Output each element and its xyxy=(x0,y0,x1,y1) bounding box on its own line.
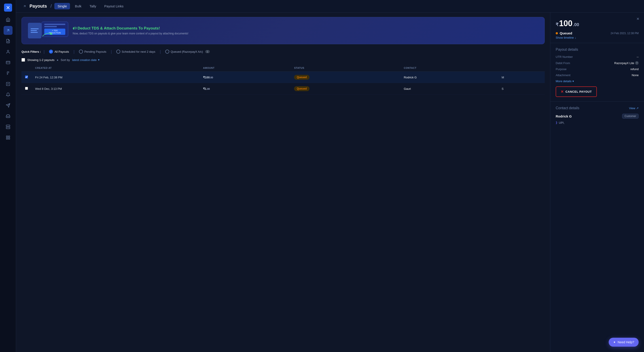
sort-chevron-icon: ▼ xyxy=(98,58,100,61)
filter-circle-all xyxy=(49,50,53,54)
timeline-chevron-icon: ↓ xyxy=(575,36,576,39)
filter-separator-4: | xyxy=(160,49,161,54)
svg-rect-3 xyxy=(6,61,10,64)
payout-details-title: Payout details xyxy=(556,48,639,52)
sidebar-item-send[interactable] xyxy=(4,101,12,110)
detail-purpose: Purpose refund xyxy=(556,67,639,71)
table-row[interactable]: Fri 24 Feb, 12:38 PM ₹100.00 Queued Rodr… xyxy=(22,72,545,83)
filter-pending[interactable]: Pending Payouts xyxy=(77,49,108,54)
filter-all-label: All Payouts xyxy=(54,50,69,53)
contact-name-row: Rodrick G Customer xyxy=(556,114,639,119)
row1-currency: ₹ xyxy=(203,76,205,79)
contact-section-title: Contact details xyxy=(556,106,580,110)
sidebar-item-inbox[interactable] xyxy=(4,112,12,121)
row2-decimal: .00 xyxy=(206,88,210,90)
attachment-label: Attachment xyxy=(556,73,570,77)
filter-circle-pending xyxy=(79,50,83,54)
col-amount: Amount xyxy=(200,64,290,72)
cancel-x-icon: ✕ xyxy=(560,90,564,94)
debit-from-help-icon[interactable]: ? xyxy=(635,61,639,65)
cancel-payout-button[interactable]: ✕ CANCEL PAYOUT xyxy=(556,86,597,97)
filter-queued[interactable]: Queued (RazorpayX A/c) 1 xyxy=(164,49,212,54)
sidebar-item-notifications[interactable] xyxy=(4,90,12,99)
attachment-doc-icon xyxy=(28,23,41,38)
sidebar-item-contacts[interactable] xyxy=(4,47,12,56)
row2-checkbox[interactable] xyxy=(22,83,32,94)
panel-status-date: 24 Feb 2023, 12:38 PM xyxy=(611,32,639,35)
table-row[interactable]: Wed 8 Dec, 3:13 PM ₹1.00 Queued Gauri S xyxy=(22,83,545,94)
filter-queued-badge: 1 xyxy=(205,50,210,53)
row1-status-badge: Queued xyxy=(294,75,310,80)
row2-created-at: Wed 8 Dec, 3:13 PM xyxy=(32,83,200,94)
svg-rect-15 xyxy=(6,138,8,139)
view-external-icon: ↗ xyxy=(636,107,639,110)
contact-type-badge: Customer xyxy=(622,114,639,119)
tab-bulk[interactable]: Bulk xyxy=(72,3,84,9)
detail-attachment: Attachment None xyxy=(556,73,639,77)
debit-from-label: Debit From xyxy=(556,61,570,65)
sidebar-item-storage[interactable] xyxy=(4,122,12,131)
sidebar-item-documents[interactable] xyxy=(4,37,12,46)
row2-status: Queued xyxy=(290,83,400,94)
row1-amount-value: 100 xyxy=(205,76,210,79)
right-panel: ✕ ₹ 100 .00 Queued 24 Feb 2023, 12:38 PM… xyxy=(550,12,644,352)
main-content: + TDS DEDUCTION 🏷 Deduct TDS xyxy=(16,12,550,352)
panel-amount-decimal: .00 xyxy=(573,22,579,27)
banner-illustration: + TDS DEDUCTION xyxy=(28,22,68,39)
panel-status-left: Queued xyxy=(556,31,572,35)
tab-tally[interactable]: Tally xyxy=(86,3,99,9)
filter-label: Quick Filters : xyxy=(22,50,41,53)
page-title: Payouts xyxy=(30,3,47,9)
row1-status: Queued xyxy=(290,72,400,83)
panel-currency-symbol: ₹ xyxy=(556,22,558,27)
logo-icon xyxy=(6,5,10,10)
filter-circle-scheduled xyxy=(116,50,120,54)
filter-scheduled[interactable]: Scheduled for next 2 days xyxy=(114,49,157,54)
col-contact: Contact xyxy=(400,64,498,72)
row1-checkbox[interactable] xyxy=(22,72,32,83)
panel-amount-integer: 100 xyxy=(559,19,572,28)
filter-scheduled-label: Scheduled for next 2 days xyxy=(122,50,155,53)
status-indicator-dot xyxy=(556,32,558,34)
svg-rect-14 xyxy=(8,138,10,139)
show-timeline-button[interactable]: Show timeline ↓ xyxy=(556,36,639,39)
view-label: View xyxy=(629,107,635,110)
sidebar-item-home[interactable] xyxy=(4,15,12,24)
tab-payout-links[interactable]: Payout Links xyxy=(101,3,126,9)
contact-view-link[interactable]: View ↗ xyxy=(629,107,639,110)
back-arrow-icon xyxy=(22,3,28,9)
row2-currency: ₹ xyxy=(203,87,205,90)
sidebar-item-reports[interactable] xyxy=(4,80,12,88)
sidebar-logo[interactable] xyxy=(4,3,12,12)
sidebar-item-cards[interactable] xyxy=(4,58,12,67)
attachment-value: None xyxy=(632,73,639,77)
table-header-row: Showing 1-2 payouts ● Sort by latest cre… xyxy=(22,58,545,62)
sort-dropdown[interactable]: latest creation date ▼ xyxy=(72,58,100,62)
sidebar-item-payouts[interactable] xyxy=(4,26,12,35)
panel-amount-section: ₹ 100 .00 Queued 24 Feb 2023, 12:38 PM S… xyxy=(550,12,644,43)
table-columns-header: Created At Amount Status Contact xyxy=(22,64,545,72)
select-all-checkbox[interactable] xyxy=(22,58,25,62)
detail-utr: UTR Number -- xyxy=(556,55,639,58)
more-details-button[interactable]: More details ▾ xyxy=(556,80,639,83)
filter-queued-label: Queued (RazorpayX A/c) xyxy=(170,50,203,53)
row2-status-badge: Queued xyxy=(294,86,310,91)
filter-all-payouts[interactable]: All Payouts xyxy=(47,49,71,54)
row1-amount: ₹100.00 xyxy=(200,72,290,83)
sort-value: latest creation date xyxy=(72,58,96,62)
table-count: Showing 1-2 payouts xyxy=(27,58,54,62)
filter-separator-1: | xyxy=(44,49,45,54)
sidebar-item-rupee[interactable] xyxy=(4,69,12,78)
detail-debit-from: Debit From RazorpayX Lite ? xyxy=(556,61,639,65)
svg-rect-12 xyxy=(6,136,8,137)
panel-status-text: Queued xyxy=(560,31,572,35)
tab-single[interactable]: Single xyxy=(54,3,70,9)
purpose-value: refund xyxy=(630,67,639,71)
panel-close-button[interactable]: ✕ xyxy=(635,16,640,21)
svg-point-2 xyxy=(7,50,9,52)
sidebar-item-apps[interactable] xyxy=(4,133,12,142)
show-timeline-label: Show timeline xyxy=(556,36,574,39)
main-area: Payouts / Single Bulk Tally Payout Links xyxy=(16,0,644,352)
col-extra xyxy=(498,64,545,72)
need-help-button[interactable]: ✦ Need Help? xyxy=(609,338,639,347)
